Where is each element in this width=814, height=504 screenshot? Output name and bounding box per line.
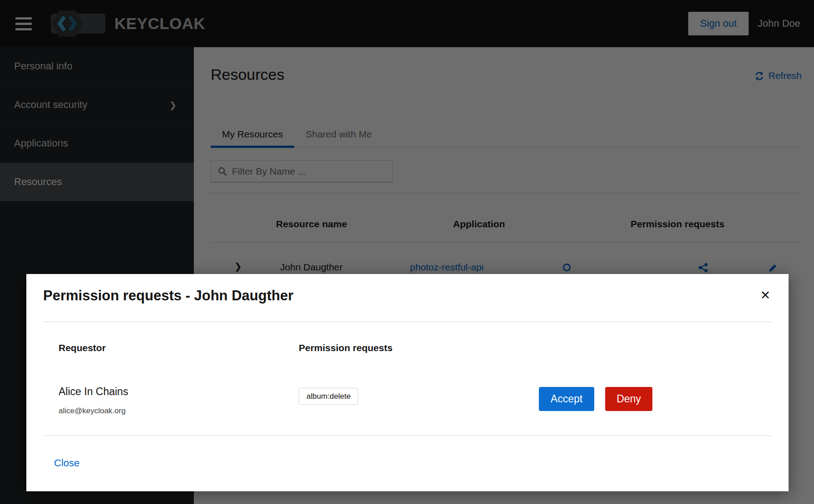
modal-column-permission-requests: Permission requests bbox=[299, 343, 393, 353]
permission-chip: album:delete bbox=[299, 388, 358, 405]
modal-header-divider bbox=[43, 322, 772, 322]
deny-button[interactable]: Deny bbox=[605, 387, 652, 411]
modal-footer-divider bbox=[43, 435, 772, 436]
accept-button[interactable]: Accept bbox=[539, 387, 594, 411]
modal-column-requestor: Requestor bbox=[59, 343, 106, 353]
permission-requests-modal: Permission requests - John Daugther ✕ Re… bbox=[26, 274, 789, 491]
requestor-name: Alice In Chains bbox=[59, 386, 128, 398]
requestor-email: alice@keycloak.org bbox=[59, 406, 126, 416]
modal-title: Permission requests - John Daugther bbox=[43, 288, 293, 304]
close-icon[interactable]: ✕ bbox=[760, 289, 770, 302]
close-link[interactable]: Close bbox=[54, 457, 79, 469]
